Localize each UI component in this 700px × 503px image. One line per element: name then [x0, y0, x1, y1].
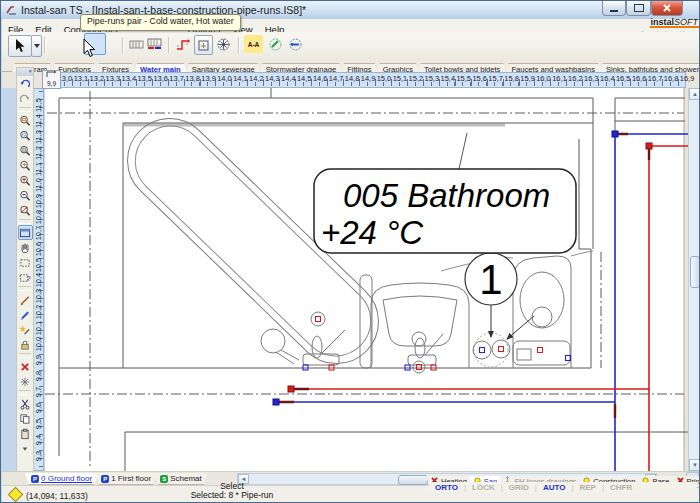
format-painter-icon[interactable]	[18, 307, 33, 322]
copy-icon[interactable]	[18, 411, 33, 426]
delete-icon[interactable]	[18, 359, 33, 374]
vruler-label: 9,3	[34, 444, 44, 468]
auto-pipe-runs-icon[interactable]	[174, 35, 191, 53]
aa-label: A-A	[248, 41, 260, 48]
effects-icon[interactable]	[18, 322, 33, 337]
undo-icon[interactable]	[18, 76, 33, 91]
edit-graphics-blue-icon[interactable]	[286, 35, 304, 53]
ruler-origin-icon	[46, 71, 57, 78]
chevron-down-icon	[34, 44, 40, 48]
toggle-lock[interactable]: LOCK	[466, 483, 501, 492]
toggle-orto[interactable]: ORTO	[429, 483, 464, 492]
ruler-row: 9,9 13,013,113,213,313,413,513,613,713,8…	[2, 72, 700, 88]
pipe-run-circulation-button[interactable]	[67, 35, 82, 53]
ruler-origin-value: 9,9	[43, 80, 60, 88]
description-label-icon[interactable]: A-A	[244, 35, 263, 53]
valve-fitting-icon[interactable]	[214, 35, 232, 53]
close-icon	[663, 4, 671, 12]
status-message: Select Selected: 8 * Pipe-run	[132, 482, 332, 500]
paste-icon[interactable]	[18, 426, 33, 441]
select-tool-dropdown[interactable]	[31, 35, 42, 57]
toggle-auto[interactable]: AUTO	[537, 483, 572, 492]
redraw-icon[interactable]	[18, 225, 33, 240]
callout-number: 1	[479, 256, 502, 303]
pipe-runs-triple-button[interactable]	[127, 35, 142, 53]
zoom-previous-icon[interactable]	[18, 158, 33, 173]
zoom-window-icon[interactable]	[18, 113, 33, 128]
snap-diamond-icon	[8, 487, 24, 503]
toggle-rep[interactable]: REP	[573, 483, 601, 492]
mode-toggles: ORTO|LOCK|GRID|AUTO|REP|CHFR	[429, 482, 697, 493]
select-arrow-icon	[15, 39, 26, 53]
app-icon	[6, 4, 18, 16]
disconnect-icon[interactable]	[18, 374, 33, 389]
left-toolbar-close-icon[interactable]: ×	[17, 68, 33, 76]
ruler-origin-box[interactable]: 9,9	[42, 70, 61, 89]
pipe-run-cold-water-button[interactable]	[50, 35, 65, 53]
horizontal-scroll-thumb[interactable]	[398, 475, 428, 485]
zoom-in-icon[interactable]	[18, 173, 33, 188]
select-area-icon[interactable]	[18, 255, 33, 270]
pan-icon[interactable]	[18, 240, 33, 255]
component-category-tabs: ProgramFunctionsFixturesWater mainSanita…	[2, 58, 700, 72]
tooltip: Pipe-runs pair - Cold water, Hot water	[80, 14, 241, 31]
cursor-coordinates: (14,094; 11,633)	[26, 491, 88, 501]
horizontal-ruler: 13,013,113,213,313,413,513,613,713,813,9…	[45, 72, 686, 88]
mouse-cursor	[83, 39, 97, 58]
sheet-badge-icon: P	[101, 475, 109, 483]
hruler-label: 16,9	[675, 74, 699, 83]
zoom-out-icon[interactable]	[18, 188, 33, 203]
sheet-badge-icon: P	[31, 475, 39, 483]
svg-text:?: ?	[26, 274, 30, 283]
room-label-line1: 005 Bathroom	[343, 177, 550, 214]
scroll-up-icon[interactable]: ▲	[689, 88, 700, 100]
washbasin[interactable]	[371, 283, 469, 373]
wall-axes	[45, 91, 684, 466]
lock-icon[interactable]	[18, 337, 33, 352]
instalsoft-logo: instalSOFT Easy and professional designi…	[637, 16, 699, 32]
zoom-page-icon[interactable]	[18, 143, 33, 158]
toggle-grid[interactable]: GRID	[503, 483, 535, 492]
close-button[interactable]	[651, 1, 683, 16]
pipe-runs-pair-hot-circulation-button[interactable]	[110, 35, 125, 53]
vertical-ruler: 11,511,411,311,211,111,010,910,810,710,6…	[33, 88, 44, 471]
redo-icon[interactable]	[18, 91, 33, 106]
cut-icon[interactable]	[18, 396, 33, 411]
more-icon[interactable]	[18, 441, 33, 456]
room-label[interactable]: 005 Bathroom +24 °C	[314, 133, 576, 253]
left-toolbar: × ?	[16, 67, 34, 477]
minimize-button[interactable]	[602, 1, 626, 16]
zoom-extents-icon[interactable]	[18, 128, 33, 143]
vertical-scrollbar[interactable]: ▲ ▼	[688, 88, 700, 471]
zoom-dynamic-icon[interactable]	[18, 203, 33, 218]
main-toolbar: A-A	[2, 32, 700, 59]
sheet-tab-0-ground-floor[interactable]: P0 Ground floor	[25, 473, 98, 485]
walls	[59, 88, 688, 471]
room-label-line2: +24 °C	[321, 214, 424, 251]
app-window: Instal-san TS - [Instal-san-t-base-const…	[0, 0, 700, 503]
status-selection: Selected: 8 * Pipe-run	[132, 491, 332, 500]
toilet[interactable]	[513, 256, 571, 368]
tooltip-text: Pipe-runs pair - Cold water, Hot water	[87, 16, 234, 26]
draw-freehand-icon[interactable]	[18, 292, 33, 307]
insert-component-icon[interactable]	[194, 35, 213, 55]
logo-brand: instal	[650, 17, 674, 27]
radiator-connected-icon[interactable]	[146, 35, 163, 53]
select-special-icon[interactable]: ?	[18, 270, 33, 285]
select-tool-button[interactable]	[8, 35, 32, 57]
drawing-canvas[interactable]: 1 005 Bathroom +24 °C	[45, 88, 688, 471]
vertical-scroll-thumb[interactable]	[690, 256, 700, 288]
edit-graphics-green-icon[interactable]	[266, 35, 284, 53]
callout-1[interactable]: 1	[465, 253, 534, 339]
maximize-button[interactable]	[626, 1, 651, 16]
toggle-chfr[interactable]: CHFR	[604, 483, 638, 492]
connection-points[interactable]	[473, 333, 510, 367]
